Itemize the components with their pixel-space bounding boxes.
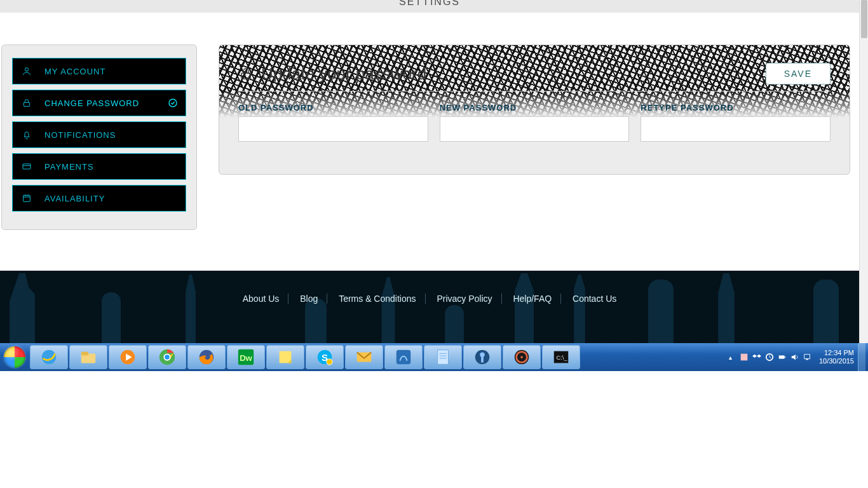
page-title-bar: SETTINGS [0,0,859,13]
svg-point-22 [327,359,332,365]
mysql-workbench-icon [394,348,413,367]
start-button[interactable] [0,343,29,371]
svg-text:Dw: Dw [240,353,252,363]
cmd-icon: C:\_ [552,348,571,367]
taskbar-app-firefox[interactable] [187,345,226,369]
silhouette-icon [6,273,38,343]
network-icon[interactable] [803,353,812,362]
volume-icon[interactable] [790,353,799,362]
taskbar-app-skype[interactable]: S [306,345,344,369]
change-password-card: Update your password SAVE OLD PASSWORD N… [219,44,850,175]
chrome-icon [158,348,177,367]
silhouette-icon [178,274,203,343]
daemon-tools-icon [512,348,531,367]
sourcetree-icon [473,348,492,367]
svg-text:C:\_: C:\_ [557,355,568,361]
svg-rect-8 [81,352,88,356]
svg-rect-1 [24,102,29,106]
footer-links: About Us Blog Terms & Conditions Privacy… [0,294,859,304]
calendar-icon [22,193,32,203]
taskbar-app-sticky-notes[interactable] [266,345,304,369]
sidebar-item-payments[interactable]: PAYMENTS [12,153,186,180]
svg-marker-39 [752,355,757,358]
footer-link[interactable]: Help/FAQ [504,294,561,304]
svg-point-0 [25,68,28,71]
card-title-text: Update your password [261,64,426,84]
windows-logo-icon [4,346,25,368]
dropbox-icon[interactable] [752,353,761,362]
svg-rect-46 [806,359,808,360]
silhouette-icon [445,305,464,343]
taskbar-app-notepad[interactable] [424,345,462,369]
footer-link[interactable]: Terms & Conditions [330,294,425,304]
system-tray: ▴ 12:34 PM 10/30/2015 [726,343,868,371]
svg-rect-38 [741,354,748,361]
footer-link[interactable]: Blog [291,294,327,304]
silhouette-icon [508,273,540,343]
silhouette-icon [813,280,839,343]
card-icon [22,161,32,172]
sidebar-item-change-password[interactable]: CHANGE PASSWORD [12,90,186,116]
taskbar-app-cmd[interactable]: C:\_ [542,345,580,369]
taskbar-app-internet-explorer[interactable] [30,345,68,369]
show-desktop-button[interactable] [858,343,865,371]
save-button[interactable]: SAVE [766,63,831,85]
svg-point-34 [520,356,523,358]
taskbar-app-daemon-tools[interactable] [503,345,541,369]
taskbar-app-sourcetree[interactable] [463,345,501,369]
sidebar-item-my-account[interactable]: MY ACCOUNT [12,58,186,85]
user-icon [22,66,32,76]
card-title: Update your password [238,64,426,84]
footer-link[interactable]: Privacy Policy [428,294,501,304]
svg-rect-25 [438,350,449,365]
sidebar-item-availability[interactable]: AVAILABILITY [12,185,186,212]
svg-rect-42 [779,355,785,358]
sidebar-item-label: MY ACCOUNT [44,67,105,76]
taskbar-app-mysql-workbench[interactable] [384,345,423,369]
taskbar-app-media-player[interactable] [109,345,147,369]
svg-rect-43 [784,356,785,358]
taskbar-app-chrome[interactable] [148,345,186,369]
svg-rect-24 [397,350,411,365]
old-password-label: OLD PASSWORD [238,103,428,112]
power-icon[interactable] [778,353,787,362]
lock-icon [22,98,32,108]
footer-link[interactable]: About Us [234,294,289,304]
svg-point-14 [165,355,170,360]
sidebar-item-label: PAYMENTS [44,162,94,172]
retype-password-label: RETYPE PASSWORD [641,103,831,112]
sidebar-item-notifications[interactable]: NOTIFICATIONS [12,121,186,148]
file-explorer-icon [79,348,98,367]
taskbar-app-file-explorer[interactable] [69,345,107,369]
taskbar-app-outlook[interactable] [345,345,383,369]
sidebar-item-label: CHANGE PASSWORD [44,98,139,108]
settings-sidebar: MY ACCOUNT CHANGE PASSWORD NOTIFICATIONS… [1,44,197,230]
check-circle-icon [168,98,178,108]
new-password-input[interactable] [440,116,630,142]
silhouette-icon [305,299,327,343]
sync-app-icon[interactable] [765,353,774,362]
notepad-icon [433,348,452,367]
sidebar-item-label: AVAILABILITY [44,194,105,203]
action-center-icon[interactable] [740,353,749,362]
clock-time: 12:34 PM [819,349,854,357]
svg-point-2 [169,99,177,107]
windows-taskbar: Dw S C:\_ ▴ 12:34 PM 10/30/2015 [0,343,868,371]
silhouette-icon [375,277,402,343]
svg-rect-3 [23,164,31,169]
taskbar-app-dreamweaver[interactable]: Dw [227,345,265,369]
silhouette-icon [566,274,593,343]
silhouette-icon [648,280,674,343]
old-password-input[interactable] [238,116,428,142]
footer-link[interactable]: Contact Us [564,294,625,304]
tray-overflow-icon[interactable]: ▴ [726,354,735,361]
firefox-icon [197,348,216,367]
retype-password-input[interactable] [641,116,831,142]
lock-icon [238,66,254,81]
internet-explorer-icon [39,348,58,367]
taskbar-clock[interactable]: 12:34 PM 10/30/2015 [814,349,858,365]
svg-marker-40 [757,355,761,358]
outlook-icon [355,348,374,367]
vertical-scrollbar[interactable] [859,0,868,343]
svg-rect-4 [24,195,31,201]
